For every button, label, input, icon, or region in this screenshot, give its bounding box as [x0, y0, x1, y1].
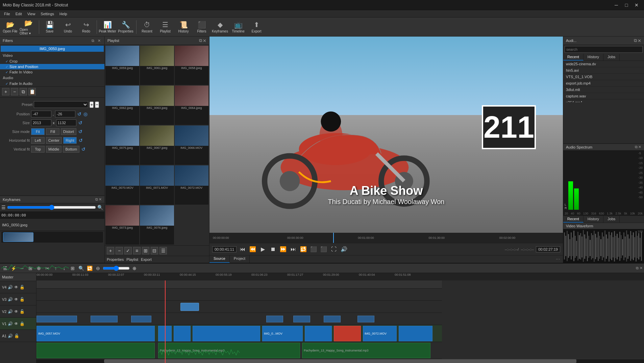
v2-clip-7[interactable]: [357, 316, 374, 322]
history-btn[interactable]: 📜 History: [175, 19, 192, 36]
filter-crop[interactable]: ✓ Crop: [0, 59, 104, 64]
play-start-btn[interactable]: ⏮: [239, 245, 247, 253]
size-mode-distort[interactable]: Distort: [61, 128, 76, 135]
right-float-btn[interactable]: ⧉: [634, 38, 637, 43]
v1-clip-6[interactable]: [305, 326, 332, 341]
h-fit-left[interactable]: Left: [31, 137, 45, 144]
v3-audio-icon[interactable]: 🔊: [8, 297, 13, 302]
minimize-btn[interactable]: ─: [612, 2, 621, 8]
menu-settings[interactable]: Settings: [38, 11, 57, 17]
kf-menu-btn[interactable]: ☰: [1, 205, 6, 210]
playlist-playlist-tab[interactable]: Playlist: [126, 257, 138, 262]
size-mode-fill[interactable]: Fill: [46, 128, 59, 135]
list-item[interactable]: IMG_0071.MOV: [140, 165, 174, 205]
out-point-btn[interactable]: ⬛: [320, 245, 328, 253]
list-item[interactable]: IMG_0063.jpeg: [140, 86, 174, 125]
v4-track[interactable]: [36, 289, 442, 301]
save-btn[interactable]: 💾 Save: [41, 19, 58, 36]
keyframes-float-btn[interactable]: ⧉: [95, 197, 98, 202]
timeline-tool-btn[interactable]: 📺 Timeline: [229, 19, 247, 36]
undo-btn[interactable]: ↩ Undo: [59, 19, 77, 36]
filter-remove-btn[interactable]: −: [11, 88, 18, 95]
v1-clip-8[interactable]: IMG_0072.MOV: [363, 326, 397, 341]
menu-view[interactable]: View: [25, 11, 38, 17]
history-tab-bottom[interactable]: History: [584, 216, 603, 223]
v3-lock-icon[interactable]: 🔓: [20, 297, 25, 302]
a1-track[interactable]: Pachyderm_13_Happy_Song_instrumental.mp3…: [36, 342, 442, 359]
list-item[interactable]: 3dlut.mlt: [563, 87, 644, 93]
v1-audio-icon[interactable]: 🔊: [8, 321, 13, 326]
list-item[interactable]: IMG_0075.jpeg: [105, 126, 139, 165]
properties-btn[interactable]: 🔧 Properties: [117, 19, 134, 36]
v2-track[interactable]: [36, 313, 442, 325]
a1-audio-main[interactable]: Pachyderm_13_Happy_Song_instrumental.mp3: [158, 343, 300, 358]
list-item[interactable]: hin5.avi: [563, 67, 644, 74]
v1-lock-icon[interactable]: 🔒: [20, 321, 25, 326]
recent-search-input[interactable]: [565, 46, 643, 53]
playlist-confirm-btn[interactable]: ✓: [124, 247, 132, 254]
open-file-btn[interactable]: 📂 Open File: [1, 19, 19, 36]
v4-audio-icon[interactable]: 🔊: [8, 285, 13, 290]
scrollbar-thumb[interactable]: [104, 359, 576, 363]
list-item[interactable]: IMG_0059.jpeg: [105, 46, 139, 85]
right-jobs-tab[interactable]: Jobs: [603, 54, 620, 61]
h-fit-center[interactable]: Center: [46, 137, 62, 144]
v2-audio-icon[interactable]: 🔊: [8, 309, 13, 314]
playlist-remove-btn[interactable]: −: [116, 247, 123, 254]
filter-fade-in-audio[interactable]: ✓ Fade In Audio: [0, 81, 104, 86]
current-time-display[interactable]: 00:00:41:11: [212, 246, 237, 252]
v3-clip[interactable]: [180, 303, 199, 311]
audio-btn[interactable]: 🔊: [340, 245, 348, 253]
recent-btn[interactable]: ⏱ Recent: [138, 19, 156, 36]
list-item[interactable]: x264.mp4: [563, 99, 644, 102]
right-close-btn[interactable]: ✕: [638, 38, 641, 43]
v2-clip-6[interactable]: [324, 316, 341, 322]
list-item[interactable]: IMG_0061.jpeg: [140, 46, 174, 85]
filter-size-position[interactable]: ✓ Size and Position: [0, 64, 104, 69]
list-item[interactable]: wide25-cinema.dv: [563, 61, 644, 67]
list-item[interactable]: VTS_01_1.VOB: [563, 74, 644, 80]
open-other-btn[interactable]: 📂 Open Other ▾: [20, 19, 37, 36]
v2-clip-5[interactable]: [293, 316, 310, 322]
h-fit-reset-btn[interactable]: ↺: [79, 138, 83, 143]
v1-clip-main[interactable]: IMG_0057.MOV: [36, 326, 155, 341]
timeline-scrollbar[interactable]: [36, 359, 644, 363]
list-item[interactable]: IMG_0064.jpeg: [175, 86, 208, 125]
v1-clip-9[interactable]: [399, 326, 432, 341]
maximize-btn[interactable]: □: [622, 2, 631, 8]
list-item[interactable]: IMG_0072.MOV: [175, 165, 208, 205]
preset-add-btn[interactable]: +: [90, 101, 94, 108]
v-fit-top[interactable]: Top: [31, 146, 45, 153]
audio-spectrum-float-btn[interactable]: ⧉: [635, 145, 638, 149]
keyframes-btn[interactable]: ◆ Keyframes: [211, 19, 229, 36]
position-pick-btn[interactable]: ◎: [83, 111, 88, 117]
playlist-menu-btn[interactable]: ☰: [159, 247, 167, 254]
v2-clip-3[interactable]: [131, 316, 151, 322]
h-fit-right[interactable]: Right: [63, 137, 77, 144]
v1-clip-3[interactable]: [174, 326, 191, 341]
v1-clip-2[interactable]: [158, 326, 172, 341]
v-fit-reset-btn[interactable]: ↺: [81, 146, 85, 152]
a1-clip-1[interactable]: [36, 343, 155, 358]
timeline-tracks[interactable]: 00:00:00:00 00:00:11:03 00:00:22:07 00:0…: [36, 273, 644, 363]
kf-scrubber[interactable]: [7, 205, 96, 210]
a1-audio-icon[interactable]: 🔊: [8, 334, 13, 338]
playlist-add-btn[interactable]: +: [107, 247, 114, 254]
jobs-tab-bottom[interactable]: Jobs: [603, 216, 620, 223]
filters-float-btn[interactable]: ⧉: [90, 38, 96, 43]
v1-clip-5[interactable]: IMG_0...MOV: [262, 326, 303, 341]
size-reset-btn[interactable]: ↺: [78, 120, 82, 126]
list-item[interactable]: capture.wav: [563, 93, 644, 99]
v4-eye-icon[interactable]: 👁: [14, 285, 18, 290]
v1-clip-7[interactable]: [334, 326, 361, 341]
next-frame-btn[interactable]: ⏩: [279, 245, 287, 253]
peak-meter-btn[interactable]: 📊 Peak Meter: [99, 19, 116, 36]
size-h-input[interactable]: [56, 119, 76, 126]
list-item[interactable]: IMG_0073.jpeg: [105, 205, 139, 245]
v2-clip-1[interactable]: [36, 316, 77, 322]
right-history-tab[interactable]: History: [584, 54, 603, 61]
v1-eye-icon[interactable]: 👁: [14, 321, 18, 326]
v1-clip-4[interactable]: [193, 326, 260, 341]
list-item[interactable]: IMG_0070.MOV: [105, 165, 139, 205]
prev-frame-btn[interactable]: ⏪: [249, 245, 257, 253]
